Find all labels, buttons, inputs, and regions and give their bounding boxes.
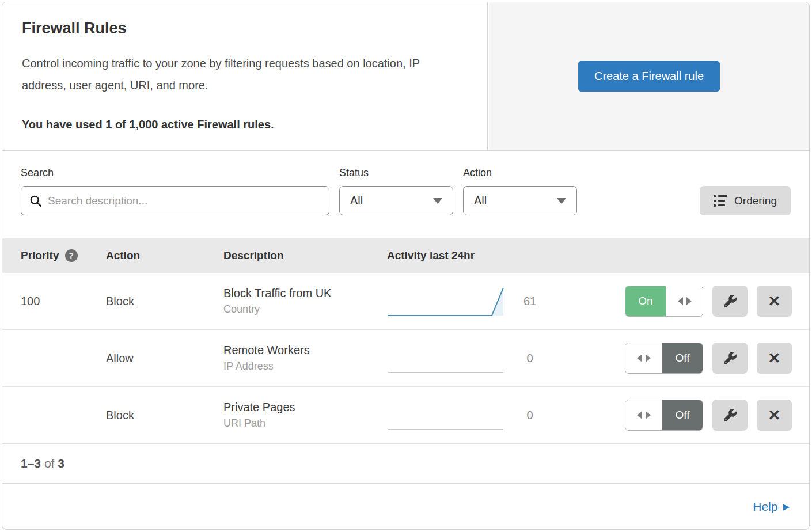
arrow-left-icon <box>678 297 683 305</box>
edit-rule-button[interactable] <box>712 343 748 374</box>
action-value: Allow <box>106 352 223 365</box>
description-cell[interactable]: Remote Workers IP Address <box>223 344 387 373</box>
footer-row: Help ▶ <box>2 484 809 529</box>
enable-toggle[interactable]: Off <box>625 343 703 374</box>
toggle-state-label: On <box>625 286 666 316</box>
wrench-icon <box>724 352 737 364</box>
action-value: Block <box>106 409 223 422</box>
filter-bar: Search Status All Action All <box>2 151 809 238</box>
toggle-state-label: Off <box>662 343 703 373</box>
rules-list: 100 Block Block Traffic from UK Country … <box>2 273 809 444</box>
activity-count: 0 <box>505 352 555 365</box>
header-section: Firewall Rules Control incoming traffic … <box>2 2 809 151</box>
column-priority: Priority ? <box>2 249 106 262</box>
activity-sparkline <box>387 394 505 436</box>
activity-count: 61 <box>505 295 555 308</box>
toggle-drag-handle[interactable] <box>666 286 703 316</box>
help-link[interactable]: Help ▶ <box>753 500 790 514</box>
delete-rule-button[interactable]: ✕ <box>757 286 792 317</box>
help-link-label: Help <box>753 500 777 514</box>
chevron-down-icon <box>433 198 442 204</box>
search-input[interactable] <box>48 195 321 207</box>
table-row: 100 Block Block Traffic from UK Country … <box>2 273 809 330</box>
toggle-drag-handle[interactable] <box>625 400 662 430</box>
enable-toggle[interactable]: Off <box>625 400 703 431</box>
row-controls: Off ✕ <box>555 400 809 431</box>
delete-rule-button[interactable]: ✕ <box>757 343 792 374</box>
status-selected-value: All <box>350 194 363 207</box>
delete-rule-button[interactable]: ✕ <box>757 400 792 431</box>
description-cell[interactable]: Block Traffic from UK Country <box>223 287 387 316</box>
rule-type: Country <box>223 303 387 316</box>
arrow-left-icon <box>637 411 642 419</box>
action-filter-group: Action All <box>463 167 577 215</box>
arrow-right-icon: ▶ <box>783 502 790 511</box>
column-activity: Activity last 24hr <box>387 249 537 262</box>
priority-header-label: Priority <box>21 249 59 262</box>
description-cell[interactable]: Private Pages URI Path <box>223 401 387 430</box>
pagination-range: 1–3 <box>21 457 41 470</box>
edit-rule-button[interactable] <box>712 286 748 317</box>
row-controls: On ✕ <box>555 286 809 317</box>
wrench-icon <box>724 295 737 307</box>
table-row: Allow Remote Workers IP Address 0 Off <box>2 330 809 387</box>
rule-description: Remote Workers <box>223 344 387 357</box>
arrow-right-icon <box>686 297 692 305</box>
activity-sparkline <box>387 280 505 322</box>
action-selected-value: All <box>474 194 487 207</box>
table-row: Block Private Pages URI Path 0 Off <box>2 387 809 444</box>
header-action-area: Create a Firewall rule <box>488 2 809 150</box>
page-description: Control incoming traffic to your zone by… <box>22 52 465 96</box>
create-firewall-rule-button[interactable]: Create a Firewall rule <box>578 61 720 92</box>
table-header: Priority ? Action Description Activity l… <box>2 238 809 273</box>
chevron-down-icon <box>557 198 566 204</box>
search-group: Search <box>21 167 329 215</box>
pagination-total: 3 <box>58 457 64 470</box>
wrench-icon <box>724 409 737 421</box>
close-icon: ✕ <box>768 406 781 424</box>
status-label: Status <box>339 167 453 179</box>
row-controls: Off ✕ <box>555 343 809 374</box>
usage-summary: You have used 1 of 1,000 active Firewall… <box>22 118 468 131</box>
pagination-of: of <box>44 457 55 470</box>
column-action: Action <box>106 249 223 262</box>
activity-sparkline <box>387 337 505 379</box>
ordering-button[interactable]: Ordering <box>700 186 791 215</box>
rule-description: Block Traffic from UK <box>223 287 387 300</box>
arrow-left-icon <box>637 354 642 362</box>
priority-help-icon[interactable]: ? <box>65 249 78 262</box>
activity-count: 0 <box>505 409 555 422</box>
enable-toggle[interactable]: On <box>625 286 703 317</box>
search-icon <box>29 195 42 207</box>
edit-rule-button[interactable] <box>712 400 748 431</box>
action-select[interactable]: All <box>463 186 577 215</box>
priority-value: 100 <box>2 295 106 308</box>
list-ordering-icon <box>714 195 727 207</box>
rule-description: Private Pages <box>223 401 387 414</box>
search-label: Search <box>21 167 329 179</box>
status-select[interactable]: All <box>339 186 453 215</box>
column-description: Description <box>223 249 387 262</box>
ordering-button-label: Ordering <box>734 195 777 207</box>
close-icon: ✕ <box>768 349 781 367</box>
header-text-block: Firewall Rules Control incoming traffic … <box>2 2 488 150</box>
action-label: Action <box>463 167 577 179</box>
rule-type: URI Path <box>223 417 387 430</box>
arrow-right-icon <box>646 354 651 362</box>
toggle-state-label: Off <box>662 400 703 430</box>
status-filter-group: Status All <box>339 167 453 215</box>
toggle-drag-handle[interactable] <box>625 343 662 373</box>
arrow-right-icon <box>646 411 651 419</box>
firewall-rules-panel: Firewall Rules Control incoming traffic … <box>2 2 810 530</box>
page-title: Firewall Rules <box>22 20 468 37</box>
close-icon: ✕ <box>768 292 781 310</box>
search-box[interactable] <box>21 186 329 215</box>
rule-type: IP Address <box>223 360 387 373</box>
pagination-status: 1–3 of 3 <box>2 444 809 484</box>
action-value: Block <box>106 295 223 308</box>
